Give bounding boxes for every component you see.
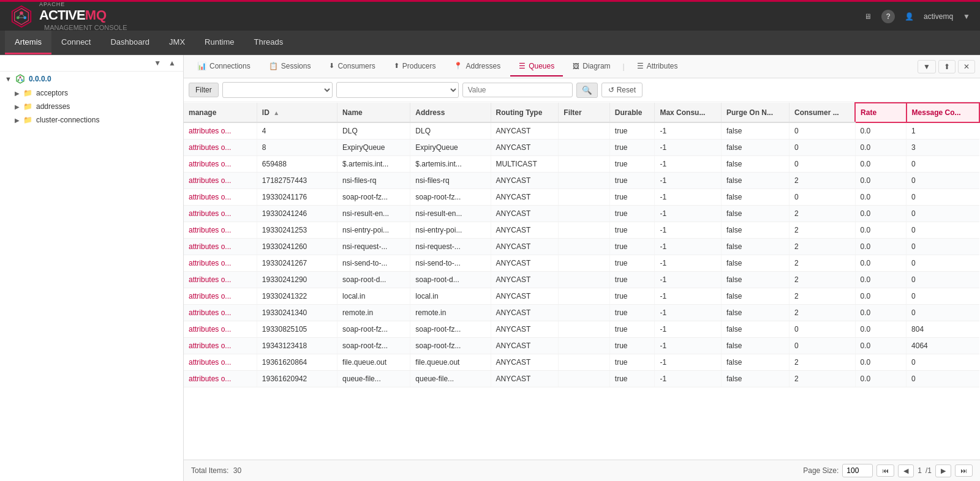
- cell-routing_type: ANYCAST: [491, 173, 559, 189]
- nav-item-artemis[interactable]: Artemis: [5, 31, 51, 54]
- next-page-button[interactable]: ▶: [935, 464, 951, 477]
- subtabs-export-btn[interactable]: ⬆: [938, 60, 956, 73]
- user-dropdown-icon[interactable]: ▼: [963, 12, 970, 21]
- connections-icon: 📊: [197, 62, 206, 70]
- col-header-consumer-count[interactable]: Consumer ...: [789, 103, 855, 122]
- search-button[interactable]: 🔍: [576, 83, 598, 98]
- table-row: attributes o...19330825105soap-root-fz..…: [184, 321, 979, 338]
- reset-button[interactable]: ↺ Reset: [601, 83, 643, 97]
- cell-message_count: 0: [907, 305, 979, 321]
- cell-consumer_count: 0: [789, 189, 855, 206]
- cell-manage[interactable]: attributes o...: [184, 371, 257, 387]
- cell-manage[interactable]: attributes o...: [184, 272, 257, 288]
- col-header-purge[interactable]: Purge On N...: [722, 103, 790, 122]
- cell-id: 19330241322: [257, 288, 337, 305]
- col-header-message-count[interactable]: Message Co...: [907, 103, 979, 122]
- sidebar-item-addresses[interactable]: ▶ 📁 addresses: [0, 100, 183, 113]
- table-row: attributes o...17182757443nsi-files-rqns…: [184, 173, 979, 189]
- cell-address: nsi-result-en...: [410, 206, 491, 222]
- cell-message_count: 0: [907, 354, 979, 371]
- cell-manage[interactable]: attributes o...: [184, 189, 257, 206]
- cell-filter: [559, 239, 610, 255]
- cell-purge_on_no: false: [722, 255, 790, 272]
- nav-item-threads[interactable]: Threads: [244, 31, 293, 54]
- page-size-input[interactable]: [842, 464, 873, 477]
- sidebar-item-cluster-connections[interactable]: ▶ 📁 cluster-connections: [0, 113, 183, 127]
- subtab-addresses[interactable]: 📍 Addresses: [445, 57, 509, 76]
- nav-item-runtime[interactable]: Runtime: [195, 31, 244, 54]
- cell-manage[interactable]: attributes o...: [184, 338, 257, 354]
- subtab-diagram[interactable]: 🖼 Diagram: [564, 57, 619, 76]
- subtab-queues[interactable]: ☰ Queues: [510, 57, 563, 76]
- chevron-right-icon: ▶: [15, 90, 20, 97]
- filter-value-input[interactable]: [462, 83, 573, 97]
- cell-manage[interactable]: attributes o...: [184, 288, 257, 305]
- user-icon[interactable]: 👤: [905, 12, 914, 21]
- cell-message_count: 0: [907, 239, 979, 255]
- cell-address: $.artemis.int...: [410, 156, 491, 173]
- subtab-connections[interactable]: 📊 Connections: [189, 57, 259, 76]
- col-header-name[interactable]: Name: [337, 103, 410, 122]
- cell-manage[interactable]: attributes o...: [184, 354, 257, 371]
- cell-manage[interactable]: attributes o...: [184, 255, 257, 272]
- col-header-routing[interactable]: Routing Type: [491, 103, 559, 122]
- cell-filter: [559, 288, 610, 305]
- nav-item-jmx[interactable]: JMX: [159, 31, 195, 54]
- filter-button[interactable]: Filter: [189, 83, 219, 97]
- sidebar-expand-btn[interactable]: ▲: [166, 58, 178, 69]
- nav-item-dashboard[interactable]: Dashboard: [100, 31, 159, 54]
- subtabs-close-btn[interactable]: ✕: [958, 60, 975, 73]
- tree-root[interactable]: ▼ 0.0.0.0: [0, 72, 183, 86]
- table-row: attributes o...8ExpiryQueueExpiryQueueAN…: [184, 140, 979, 156]
- cell-manage[interactable]: attributes o...: [184, 321, 257, 338]
- cell-name: nsi-request-...: [337, 239, 410, 255]
- cell-filter: [559, 321, 610, 338]
- filter-select[interactable]: [222, 82, 333, 98]
- filter-operator-select[interactable]: [336, 82, 459, 98]
- cell-consumer_count: 0: [789, 338, 855, 354]
- sidebar-item-acceptors[interactable]: ▶ 📁 acceptors: [0, 86, 183, 100]
- cell-manage[interactable]: attributes o...: [184, 173, 257, 189]
- cell-consumer_count: 2: [789, 354, 855, 371]
- subtabs-dropdown-btn[interactable]: ▼: [918, 60, 936, 73]
- cell-manage[interactable]: attributes o...: [184, 305, 257, 321]
- cell-rate: 0.0: [855, 189, 907, 206]
- table-row: attributes o...19330241267nsi-send-to-..…: [184, 255, 979, 272]
- help-icon[interactable]: ?: [881, 10, 895, 23]
- col-header-filter[interactable]: Filter: [559, 103, 610, 122]
- subtab-sessions[interactable]: 📋 Sessions: [260, 57, 320, 76]
- subtab-producers[interactable]: ⬆ Producers: [385, 57, 445, 76]
- col-header-address[interactable]: Address: [410, 103, 491, 122]
- nav-item-connect[interactable]: Connect: [51, 31, 100, 54]
- cell-manage[interactable]: attributes o...: [184, 156, 257, 173]
- col-header-manage[interactable]: manage: [184, 103, 257, 122]
- col-header-rate[interactable]: Rate: [855, 103, 907, 122]
- username[interactable]: activemq: [924, 12, 953, 21]
- last-page-button[interactable]: ⏭: [955, 464, 973, 477]
- col-header-durable[interactable]: Durable: [609, 103, 655, 122]
- prev-page-button[interactable]: ◀: [898, 464, 914, 477]
- cell-manage[interactable]: attributes o...: [184, 239, 257, 255]
- svg-line-12: [18, 77, 20, 80]
- subtab-consumers[interactable]: ⬇ Consumers: [320, 57, 383, 76]
- cell-filter: [559, 189, 610, 206]
- col-header-id[interactable]: ID ▲: [257, 103, 337, 122]
- cell-consumer_count: 0: [789, 122, 855, 140]
- apache-label: APACHE: [39, 1, 127, 7]
- cell-consumer_count: 2: [789, 288, 855, 305]
- cell-name: ExpiryQueue: [337, 140, 410, 156]
- monitor-icon[interactable]: 🖥: [864, 12, 872, 21]
- subtab-attributes[interactable]: ☰ Attributes: [628, 57, 687, 76]
- cell-manage[interactable]: attributes o...: [184, 206, 257, 222]
- sidebar-collapse-btn[interactable]: ▼: [151, 58, 164, 69]
- cell-manage[interactable]: attributes o...: [184, 222, 257, 239]
- cell-name: DLQ: [337, 122, 410, 140]
- cell-routing_type: ANYCAST: [491, 305, 559, 321]
- cell-manage[interactable]: attributes o...: [184, 140, 257, 156]
- table-row: attributes o...19330241290soap-root-d...…: [184, 272, 979, 288]
- cell-manage[interactable]: attributes o...: [184, 122, 257, 140]
- cell-address: soap-root-fz...: [410, 321, 491, 338]
- col-header-maxcons[interactable]: Max Consu...: [655, 103, 722, 122]
- first-page-button[interactable]: ⏮: [876, 464, 894, 477]
- cell-max_consumers: -1: [655, 288, 722, 305]
